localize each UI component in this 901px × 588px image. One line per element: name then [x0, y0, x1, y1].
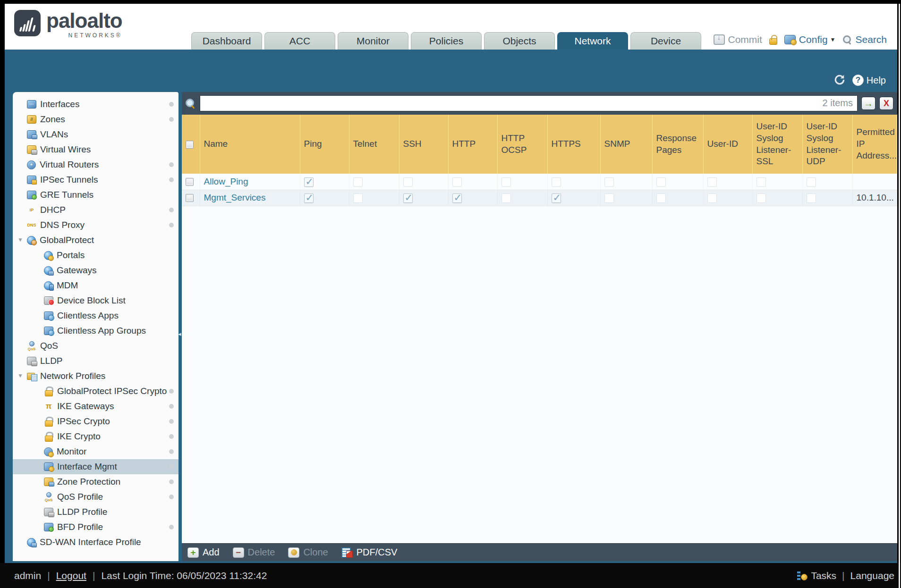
row-select-checkbox[interactable] [186, 194, 194, 202]
help-button[interactable]: ? Help [852, 75, 886, 86]
sidebar-item-device-block-list[interactable]: Device Block List [13, 293, 178, 308]
column-header-permitted-ip-address[interactable]: Permitted IP Address... [852, 115, 897, 174]
tab-monitor[interactable]: Monitor [338, 32, 408, 50]
refresh-icon[interactable] [833, 74, 846, 86]
sidebar-item-qos[interactable]: QoS [13, 338, 178, 353]
https-checkbox[interactable] [552, 193, 561, 203]
sidebar-item-network-profiles[interactable]: ▼Network Profiles [13, 369, 178, 384]
add-button[interactable]: + Add [187, 547, 220, 558]
globalprotect-icon [27, 236, 36, 245]
pdf-csv-button[interactable]: PDF/CSV [341, 547, 398, 558]
last-login-time: Last Login Time: 06/05/2023 11:32:42 [101, 570, 267, 581]
sidebar-item-globalprotect[interactable]: ▼GlobalProtect [13, 233, 178, 248]
clone-button[interactable]: Clone [288, 547, 328, 558]
sidebar-item-virtual-routers[interactable]: Virtual Routers [13, 157, 178, 172]
column-header-http-ocsp[interactable]: HTTP OCSP [497, 115, 547, 174]
language-button[interactable]: Language [850, 570, 894, 581]
sidebar-item-ike-gateways[interactable]: IKE Gateways [13, 399, 178, 414]
collapse-sidebar-icon[interactable]: ◂ [178, 330, 181, 337]
sidebar-item-monitor[interactable]: Monitor [13, 444, 178, 459]
user-id-syslog-listener-ssl-checkbox[interactable] [756, 177, 766, 187]
column-header-http[interactable]: HTTP [448, 115, 497, 174]
column-header-user-id[interactable]: User-ID [703, 115, 752, 174]
snmp-checkbox[interactable] [604, 177, 614, 187]
lock-icon[interactable] [769, 38, 777, 45]
sidebar-item-vlans[interactable]: VLANs [13, 127, 178, 142]
response-pages-checkbox[interactable] [656, 193, 666, 203]
expander-icon[interactable]: ▼ [17, 236, 23, 243]
ping-checkbox[interactable] [304, 177, 314, 187]
apply-filter-button[interactable]: → [861, 97, 876, 110]
sidebar-item-bfd-profile[interactable]: BFD Profile [13, 520, 178, 535]
filter-input[interactable] [200, 95, 858, 111]
column-header-name[interactable]: Name [200, 115, 300, 174]
sidebar-item-ike-crypto[interactable]: IKE Crypto [13, 429, 178, 444]
tab-objects[interactable]: Objects [484, 32, 555, 50]
row-name-link[interactable]: Allow_Ping [204, 176, 248, 186]
sidebar-item-qos-profile[interactable]: QoS Profile [13, 489, 178, 504]
ssh-checkbox[interactable] [403, 177, 413, 187]
user-id-checkbox[interactable] [707, 177, 717, 187]
clear-filter-button[interactable]: X [879, 97, 893, 110]
sidebar-item-virtual-wires[interactable]: Virtual Wires [13, 142, 178, 157]
response-pages-checkbox[interactable] [656, 177, 666, 187]
row-select-checkbox[interactable] [186, 178, 194, 186]
sidebar-item-portals[interactable]: Portals [13, 248, 178, 263]
select-all-checkbox[interactable] [186, 141, 194, 149]
sidebar-item-zones[interactable]: Zones [13, 112, 178, 127]
sidebar-item-interfaces[interactable]: Interfaces [13, 97, 178, 112]
sidebar-item-gateways[interactable]: Gateways [13, 263, 178, 278]
column-header-user-id-syslog-listener-udp[interactable]: User-ID Syslog Listener-UDP [802, 115, 852, 174]
http-ocsp-checkbox[interactable] [502, 193, 511, 203]
search-button[interactable]: Search [842, 34, 887, 45]
tasks-button[interactable]: Tasks [797, 570, 836, 581]
http-ocsp-checkbox[interactable] [502, 177, 511, 187]
sidebar-item-dhcp[interactable]: DHCP [13, 202, 178, 218]
sidebar-item-zone-protection[interactable]: Zone Protection [13, 474, 178, 489]
sidebar-item-label: LLDP Profile [57, 507, 178, 517]
sidebar-item-dns-proxy[interactable]: DNS Proxy [13, 218, 178, 233]
user-id-syslog-listener-udp-checkbox[interactable] [807, 193, 816, 203]
expander-icon[interactable]: ▼ [17, 372, 23, 379]
user-id-syslog-listener-ssl-checkbox[interactable] [756, 193, 766, 203]
sidebar-item-lldp-profile[interactable]: LLDP Profile [13, 504, 178, 520]
http-checkbox[interactable] [452, 177, 462, 187]
delete-button[interactable]: − Delete [233, 547, 275, 558]
https-checkbox[interactable] [552, 177, 561, 187]
sidebar-item-globalprotect-ipsec-crypto[interactable]: GlobalProtect IPSec Crypto [13, 384, 178, 399]
logout-link[interactable]: Logout [56, 570, 86, 581]
config-button[interactable]: Config ▼ [784, 34, 836, 45]
tab-network[interactable]: Network [557, 32, 628, 50]
sidebar-item-clientless-app-groups[interactable]: Clientless App Groups [13, 323, 178, 338]
http-checkbox[interactable] [452, 193, 462, 203]
sidebar-item-ipsec-tunnels[interactable]: IPSec Tunnels [13, 172, 178, 187]
tab-policies[interactable]: Policies [411, 32, 482, 50]
column-header-snmp[interactable]: SNMP [600, 115, 652, 174]
user-id-syslog-listener-udp-checkbox[interactable] [807, 177, 816, 187]
commit-button[interactable]: Commit [714, 34, 762, 45]
sidebar-item-interface-mgmt[interactable]: Interface Mgmt [13, 459, 178, 474]
ping-checkbox[interactable] [304, 193, 314, 203]
tab-acc[interactable]: ACC [264, 32, 335, 50]
column-header-telnet[interactable]: Telnet [349, 115, 399, 174]
column-header-https[interactable]: HTTPS [547, 115, 600, 174]
sidebar-item-lldp[interactable]: LLDP [13, 353, 178, 369]
user-id-checkbox[interactable] [707, 193, 717, 203]
sidebar-item-clientless-apps[interactable]: Clientless Apps [13, 308, 178, 323]
tab-device[interactable]: Device [630, 32, 701, 50]
snmp-checkbox[interactable] [604, 193, 614, 203]
tab-dashboard[interactable]: Dashboard [191, 32, 262, 50]
column-header-response-pages[interactable]: Response Pages [652, 115, 703, 174]
column-header-ssh[interactable]: SSH [399, 115, 448, 174]
permitted-ip-cell: 10.1.10... [852, 190, 897, 206]
column-header-user-id-syslog-listener-ssl[interactable]: User-ID Syslog Listener-SSL [752, 115, 802, 174]
sidebar-item-gre-tunnels[interactable]: GRE Tunnels [13, 187, 178, 202]
sidebar-item-ipsec-crypto[interactable]: IPSec Crypto [13, 414, 178, 429]
column-header-ping[interactable]: Ping [300, 115, 349, 174]
sidebar-item-sd-wan-interface-profile[interactable]: SD-WAN Interface Profile [13, 535, 178, 550]
row-name-link[interactable]: Mgmt_Services [204, 193, 266, 202]
telnet-checkbox[interactable] [353, 193, 363, 203]
ssh-checkbox[interactable] [403, 193, 413, 203]
sidebar-item-mdm[interactable]: MDM [13, 278, 178, 293]
telnet-checkbox[interactable] [353, 177, 363, 187]
